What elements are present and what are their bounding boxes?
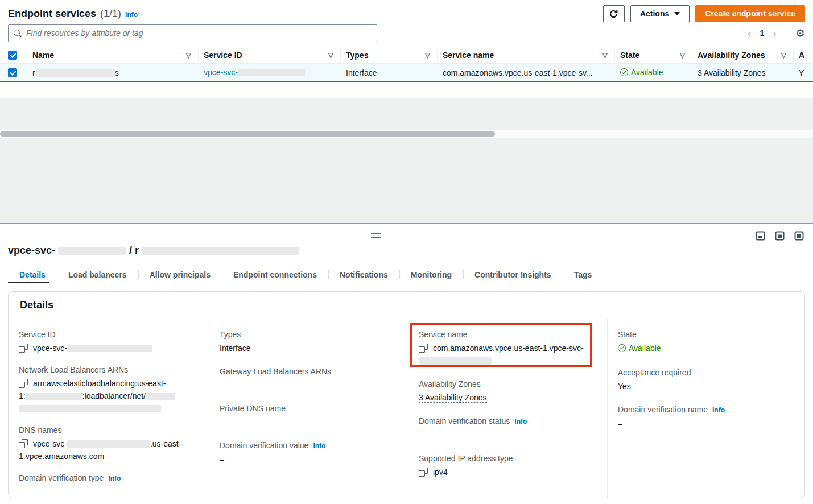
field-gateway-lb-arns: Gateway Load Balancers ARNs – — [220, 366, 398, 391]
search-input[interactable] — [26, 28, 372, 38]
table-header-row: Name▽ Service ID▽ Types▽ Service name▽ S… — [0, 47, 813, 64]
tab-tags[interactable]: Tags — [563, 266, 604, 283]
details-card-heading: Details — [9, 292, 804, 319]
redacted-text — [58, 247, 126, 255]
create-endpoint-service-button[interactable]: Create endpoint service — [695, 5, 805, 22]
filter-icon[interactable]: ▽ — [781, 52, 786, 59]
tab-load-balancers[interactable]: Load balancers — [57, 266, 138, 283]
page-title: Endpoint services — [8, 8, 96, 20]
caret-down-icon — [674, 12, 680, 15]
field-private-dns-name: Private DNS name – — [220, 403, 398, 428]
resource-count: (1/1) — [100, 8, 121, 20]
field-acceptance-required: Acceptance required Yes — [618, 367, 794, 393]
search-box[interactable] — [8, 24, 377, 42]
copy-icon[interactable] — [19, 344, 28, 353]
status-badge: Available — [618, 342, 661, 354]
field-supported-ip: Supported IP address type ipv4 — [419, 453, 597, 478]
scrollbar-thumb[interactable] — [0, 131, 495, 137]
row-checkbox[interactable] — [8, 68, 17, 77]
tab-endpoint-connections[interactable]: Endpoint connections — [222, 266, 328, 283]
refresh-button[interactable] — [603, 5, 625, 22]
availability-zones-popover-link[interactable]: 3 Availability Zones — [698, 68, 766, 77]
table-row[interactable]: rs vpce-svc- Interface com.amazonaws.vpc… — [0, 64, 813, 82]
search-icon — [14, 29, 22, 38]
panel-size-small-icon[interactable] — [756, 231, 765, 242]
filter-icon[interactable]: ▽ — [680, 52, 685, 59]
endpoint-services-pane: Endpoint services (1/1) Info Actions Cre… — [0, 0, 813, 224]
split-panel-drag-handle-icon[interactable] — [371, 233, 381, 238]
filter-icon[interactable]: ▽ — [425, 52, 430, 59]
field-dns-names: DNS names vpce-svc-.us-east- 1.vpce.amaz… — [19, 424, 199, 462]
field-availability-zones: Availability Zones 3 Availability Zones — [419, 378, 597, 404]
tab-monitoring[interactable]: Monitoring — [399, 266, 463, 283]
field-domain-verification-type: Domain verification typeInfo – — [19, 472, 199, 498]
panel-size-full-icon[interactable] — [794, 231, 804, 242]
divider — [787, 26, 787, 40]
field-domain-verification-value: Domain verification valueInfo – — [220, 440, 398, 466]
previous-page-chevron-icon[interactable]: ‹ — [745, 27, 754, 39]
details-column-2: Types Interface Gateway Load Balancers A… — [209, 319, 408, 498]
cell-service-name: com.amazonaws.vpce.us-east-1.vpce-sv... — [437, 68, 614, 77]
actions-button[interactable]: Actions — [630, 5, 690, 22]
tab-details[interactable]: Details — [8, 266, 57, 283]
copy-icon[interactable] — [419, 344, 428, 353]
check-circle-icon — [618, 344, 626, 352]
column-header-service-name[interactable]: Service name▽ — [437, 47, 614, 63]
check-circle-icon — [620, 68, 628, 76]
filter-icon[interactable]: ▽ — [186, 52, 191, 59]
redacted-text — [146, 393, 175, 400]
redacted-text — [419, 357, 492, 365]
details-column-1: Service ID vpce-svc- Network Load Balanc… — [9, 319, 209, 498]
column-header-state[interactable]: State▽ — [614, 47, 692, 63]
details-column-4: State Available Acceptance required Yes … — [607, 319, 804, 498]
copy-icon[interactable] — [19, 379, 28, 388]
field-service-id: Service ID vpce-svc- — [19, 329, 199, 354]
info-link[interactable]: Info — [712, 406, 725, 414]
redacted-text — [67, 440, 150, 448]
service-id-link[interactable]: vpce-svc- — [204, 68, 305, 77]
info-link[interactable]: Info — [125, 11, 138, 19]
redacted-text — [26, 393, 82, 400]
tab-allow-principals[interactable]: Allow principals — [138, 266, 222, 283]
cell-types: Interface — [340, 68, 437, 77]
redacted-text — [142, 247, 299, 255]
info-link[interactable]: Info — [108, 474, 121, 482]
endpoint-services-table: Name▽ Service ID▽ Types▽ Service name▽ S… — [0, 47, 813, 82]
field-types: Types Interface — [220, 329, 398, 354]
redacted-text — [238, 69, 305, 76]
column-header-partial[interactable]: A — [793, 47, 813, 63]
info-link[interactable]: Info — [313, 442, 325, 450]
panel-size-medium-icon[interactable] — [775, 231, 785, 242]
page-number[interactable]: 1 — [757, 28, 767, 38]
field-state: State Available — [618, 329, 794, 356]
settings-gear-icon[interactable]: ⚙ — [795, 28, 805, 39]
column-header-availability-zones[interactable]: Availability Zones▽ — [692, 47, 793, 63]
status-badge: Available — [620, 68, 663, 77]
column-header-service-id[interactable]: Service ID▽ — [198, 47, 340, 63]
column-header-name[interactable]: Name▽ — [27, 47, 198, 63]
copy-icon[interactable] — [419, 468, 428, 477]
details-column-3: Service name com.amazonaws.vpce.us-east-… — [408, 319, 607, 498]
split-panel: vpce-svc- / r Details Load balancers All… — [0, 225, 813, 504]
redacted-text — [19, 405, 161, 412]
field-domain-verification-status: Domain verification statusInfo – — [419, 415, 597, 441]
copy-icon[interactable] — [19, 439, 28, 448]
availability-zones-popover-link[interactable]: 3 Availability Zones — [419, 393, 487, 403]
field-service-name: Service name com.amazonaws.vpce.us-east-… — [419, 329, 597, 367]
redacted-text — [67, 345, 152, 352]
column-header-types[interactable]: Types▽ — [340, 47, 437, 63]
tab-contributor-insights[interactable]: Contributor Insights — [463, 266, 563, 283]
select-all-checkbox[interactable] — [8, 51, 17, 60]
list-header: Endpoint services (1/1) Info Actions Cre… — [8, 5, 805, 23]
details-card: Details Service ID vpce-svc- Network Loa… — [8, 291, 805, 498]
field-domain-verification-name: Domain verification nameInfo – — [618, 404, 794, 430]
next-page-chevron-icon[interactable]: › — [770, 27, 779, 39]
filter-icon[interactable]: ▽ — [328, 52, 333, 59]
tab-bar: Details Load balancers Allow principals … — [0, 266, 813, 283]
info-link[interactable]: Info — [514, 418, 527, 425]
tab-notifications[interactable]: Notifications — [328, 266, 399, 283]
cell-name: rs — [27, 68, 198, 77]
filter-icon[interactable]: ▽ — [602, 52, 608, 59]
split-panel-title: vpce-svc- / r — [8, 245, 299, 257]
redacted-text — [35, 69, 115, 77]
